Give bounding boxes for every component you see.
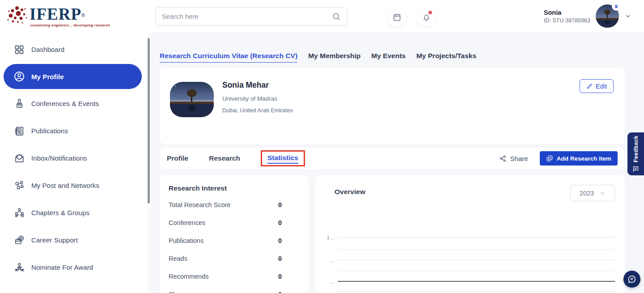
sidebar-item-label: My Post and Networks (31, 182, 99, 189)
sidebar-item-conferences-events[interactable]: Conferences & Events (0, 90, 151, 117)
topbar: Sonia ID: STU-38785963 ♛ (151, 0, 644, 32)
overview-chart: 1... ... ... (315, 229, 625, 293)
gridline (338, 271, 615, 271)
network-nodes-icon (13, 180, 25, 191)
newspaper-icon (13, 125, 25, 137)
chat-support-button[interactable] (623, 271, 640, 288)
award-person-stars-icon (13, 262, 25, 273)
sidebar-item-label: Publications (31, 127, 68, 135)
subtab-research[interactable]: Research (209, 154, 240, 162)
chevron-down-icon[interactable] (624, 13, 631, 20)
year-dropdown[interactable]: 2023 (570, 185, 615, 201)
research-interest-title: Research Interest (169, 184, 300, 192)
search-box[interactable] (155, 7, 347, 25)
stat-row-conferences: Conferences 0 (169, 214, 300, 232)
sidebar-item-nominate-award[interactable]: Nominate For Award (0, 254, 151, 281)
edit-profile-button[interactable]: Edit (580, 79, 614, 93)
tab-my-projects-tasks[interactable]: My Projects/Tasks (416, 52, 476, 60)
profile-subtabs-bar: Profile Research Statistics Share Add Re… (160, 148, 625, 169)
y-tick-label: 1... (315, 235, 335, 240)
tab-my-membership[interactable]: My Membership (308, 52, 360, 60)
subtab-statistics[interactable]: Statistics (267, 154, 298, 164)
brand-tagline: connecting engineers... developing resea… (30, 23, 110, 27)
app-window: IFERP® connecting engineers... developin… (0, 0, 644, 293)
sidebar-item-label: Conferences & Events (31, 100, 99, 107)
tab-research-cv[interactable]: Research Curriculum Vitae (Research CV) (160, 52, 297, 63)
add-research-item-button[interactable]: Add Research Item (540, 151, 618, 166)
profile-icon (13, 71, 25, 82)
brand-logo[interactable]: IFERP® connecting engineers... developin… (6, 4, 140, 35)
profile-photo (170, 82, 214, 117)
user-name: Sonia (544, 9, 590, 16)
calendar-button[interactable] (387, 7, 407, 27)
profile-name: Sonia Mehar (222, 81, 269, 90)
y-tick-label: ... (315, 280, 335, 285)
profile-photo-tree-reflection (170, 82, 214, 117)
overview-panel: Overview 2023 1... ... ... (315, 175, 625, 293)
sidebar: IFERP® connecting engineers... developin… (0, 0, 151, 293)
calendar-icon (392, 13, 402, 22)
registered-mark: ® (81, 13, 85, 18)
notifications-button[interactable] (416, 7, 436, 27)
chevron-down-icon (599, 190, 606, 196)
sidebar-item-inbox-notifications[interactable]: Inbox/Notifications (0, 144, 151, 172)
gridline (338, 291, 615, 292)
sidebar-scrollbar[interactable] (147, 32, 150, 293)
premium-crown-icon: ♛ (612, 2, 621, 11)
sidebar-nav: Dashboard My Profile Conferences & Event… (0, 36, 151, 281)
profile-card: Sonia Mehar University of Madras Dubai, … (160, 68, 625, 144)
stat-row-shares: Shares 0 (169, 285, 300, 293)
pencil-icon (586, 83, 593, 89)
scrollbar-thumb[interactable] (148, 38, 150, 204)
profile-location: Dubai, United Arab Emirates (222, 107, 293, 114)
sidebar-item-label: Nominate For Award (31, 263, 93, 271)
library-add-icon (546, 155, 553, 162)
gridline (338, 260, 615, 260)
feedback-label: Feedback (633, 136, 639, 162)
brand-name: IFERP (30, 5, 81, 23)
chart-zero-data-line (338, 281, 615, 282)
sidebar-item-publications[interactable]: Publications (0, 117, 151, 144)
annotation-highlight-box: Statistics (261, 150, 305, 166)
gridline (338, 250, 615, 250)
sidebar-item-label: Inbox/Notifications (31, 154, 87, 162)
gridline (338, 237, 615, 238)
notification-badge-dot (428, 11, 432, 14)
feedback-tab[interactable]: Feedback (627, 132, 644, 175)
stat-row-reads: Reads 0 (169, 250, 300, 268)
sidebar-item-chapters-groups[interactable]: Chapters & Groups (0, 199, 151, 226)
user-menu[interactable]: Sonia ID: STU-38785963 ♛ (544, 4, 631, 28)
envelope-icon (13, 153, 25, 164)
dashboard-icon (13, 44, 25, 55)
sidebar-item-my-profile[interactable]: My Profile (4, 64, 142, 89)
y-tick-label: ... (315, 258, 335, 263)
main-tabs: Research Curriculum Vitae (Research CV) … (160, 52, 476, 63)
stat-row-publications: Publications 0 (169, 232, 300, 250)
research-interest-panel: Research Interest Total Research Score 0… (160, 175, 309, 293)
people-group-icon (13, 207, 25, 219)
sidebar-item-dashboard[interactable]: Dashboard (0, 36, 151, 63)
briefcase-target-icon (13, 234, 25, 246)
subtab-profile[interactable]: Profile (167, 154, 188, 162)
sidebar-item-label: Career Support (31, 236, 78, 244)
share-button[interactable]: Share (499, 155, 528, 162)
stat-row-recommends: Recommends 0 (169, 268, 300, 285)
share-icon (499, 155, 507, 162)
sidebar-item-label: Chapters & Groups (31, 209, 89, 217)
profile-affiliation: University of Madras (222, 95, 277, 102)
search-icon[interactable] (332, 12, 341, 21)
search-input[interactable] (162, 13, 332, 20)
avatar[interactable]: ♛ (596, 4, 619, 28)
sidebar-item-my-post-networks[interactable]: My Post and Networks (0, 172, 151, 199)
overview-title: Overview (335, 188, 365, 196)
iferp-network-logo-icon (6, 4, 30, 26)
sidebar-item-label: Dashboard (31, 46, 64, 53)
stat-row-total-research-score: Total Research Score 0 (169, 196, 300, 214)
year-dropdown-value: 2023 (580, 190, 594, 197)
feedback-chat-icon (632, 166, 639, 172)
sidebar-item-label: My Profile (31, 73, 64, 81)
chat-bubble-icon (627, 274, 637, 284)
user-id: ID: STU-38785963 (544, 17, 590, 24)
sidebar-item-career-support[interactable]: Career Support (0, 226, 151, 254)
tab-my-events[interactable]: My Events (371, 52, 406, 60)
